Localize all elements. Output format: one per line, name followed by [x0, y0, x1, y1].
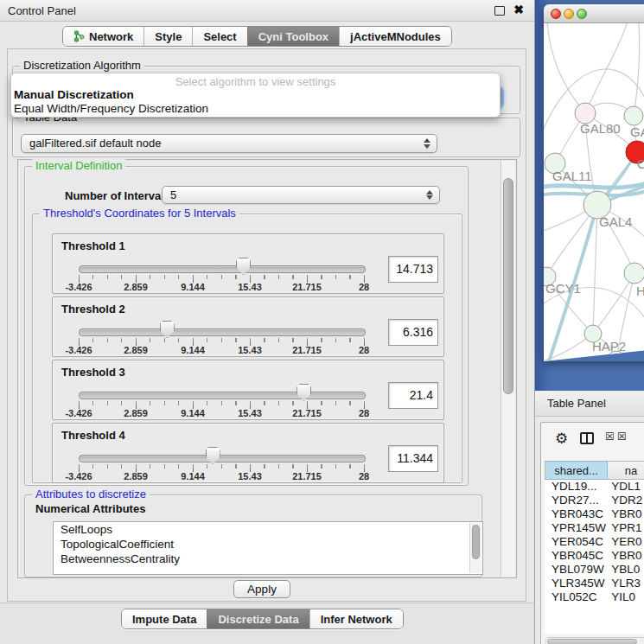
table-cell: YIL0 — [608, 590, 644, 604]
table-panel-toolbar: ⚙ ☒ ☒ — [541, 423, 644, 456]
minimize-traffic-light-icon[interactable] — [564, 9, 574, 19]
column-header-na[interactable]: na — [608, 461, 644, 480]
tick-label: 21.715 — [292, 408, 322, 418]
tick-label: 9.144 — [181, 471, 205, 481]
network-node[interactable] — [624, 106, 643, 125]
attribute-item-selfloops[interactable]: SelfLoops — [54, 522, 482, 537]
scrollbar-thumb[interactable] — [503, 178, 513, 394]
tab-network[interactable]: Network — [63, 27, 143, 46]
table-cell: YDR2 — [608, 494, 644, 507]
slider-tick-labels: -3.4262.8599.14415.4321.71528 — [79, 345, 365, 356]
apply-button[interactable]: Apply — [233, 580, 290, 598]
slider-track[interactable] — [79, 392, 366, 399]
tick-label: 28 — [359, 408, 369, 418]
interval-definition-group: Interval Definition Number of Intervals … — [24, 166, 469, 486]
zoom-traffic-light-icon[interactable] — [577, 9, 587, 19]
table-row[interactable]: YBL079WYBL0 — [545, 563, 644, 577]
table-row[interactable]: YBR043CYBR0 — [545, 507, 644, 521]
number-of-intervals-combobox[interactable]: 5 — [162, 186, 440, 204]
window-float-icon[interactable] — [494, 6, 505, 16]
attributes-group-title: Attributes to discretize — [32, 488, 150, 501]
table-cell: YPR145W — [545, 521, 608, 535]
cyni-bottom-tab-bar: Impute DataDiscretize DataInfer Network — [121, 609, 404, 629]
table-cell: YDL1 — [608, 480, 644, 494]
threshold-value-field[interactable]: 6.316 — [388, 319, 438, 346]
table-row[interactable]: YDL19...YDL1 — [545, 480, 644, 494]
table-row[interactable]: YPR145WYPR1 — [545, 521, 644, 535]
table-cell: YBL0 — [608, 563, 644, 577]
tab-label: Select — [203, 30, 236, 43]
threshold-value-field[interactable]: 21.4 — [388, 382, 438, 409]
table-cell: YBR043C — [545, 507, 608, 521]
slider-track[interactable] — [79, 265, 366, 273]
tab-cyni-toolbox[interactable]: Cyni Toolbox — [247, 27, 339, 46]
checkbox-checked-icon[interactable]: ☒ — [605, 430, 615, 443]
control-panel-title: Control Panel — [8, 4, 76, 17]
gear-icon[interactable]: ⚙ — [555, 430, 568, 448]
tick-label: 28 — [359, 345, 369, 355]
table-row[interactable]: YER054CYER0 — [545, 535, 644, 549]
tab-infer-network[interactable]: Infer Network — [309, 609, 403, 628]
tab-select[interactable]: Select — [192, 27, 246, 46]
table-cell: YLR3 — [608, 577, 644, 590]
network-view-window: GAL80GALCGAL11GAL4GCY1HHAP2 — [544, 4, 644, 361]
tick-label: 2.859 — [124, 345, 148, 355]
attribute-item-topologicalcoefficient[interactable]: TopologicalCoefficient — [54, 537, 482, 552]
number-of-intervals-label: Number of Intervals — [65, 189, 170, 202]
threshold-value-field[interactable]: 11.344 — [388, 445, 438, 472]
table-row[interactable]: YIL052CYIL0 — [545, 590, 644, 604]
table-row[interactable]: YLR345WYLR3 — [545, 577, 644, 590]
network-edge — [585, 23, 627, 113]
tick-label: 15.43 — [238, 408, 262, 418]
close-icon[interactable]: ✖ — [513, 3, 524, 16]
tab-label: Infer Network — [321, 613, 392, 626]
tick-label: -3.426 — [65, 282, 92, 292]
tick-label: 21.715 — [292, 345, 322, 355]
slider-track[interactable] — [79, 455, 366, 462]
attributes-scrollbar[interactable] — [469, 523, 481, 573]
tick-label: 2.859 — [124, 282, 148, 292]
network-node[interactable] — [624, 263, 644, 284]
tab-impute-data[interactable]: Impute Data — [122, 609, 207, 628]
table-header-row: shared...na — [545, 461, 644, 480]
table-cell: YBR0 — [608, 549, 644, 563]
network-canvas[interactable]: GAL80GALCGAL11GAL4GCY1HHAP2 — [544, 23, 644, 361]
discretization-algorithm-title: Discretization Algorithm — [20, 59, 144, 72]
slider-track[interactable] — [79, 328, 366, 336]
vertical-scrollbar[interactable] — [501, 161, 515, 577]
attributes-group: Attributes to discretize Numerical Attri… — [24, 494, 482, 577]
network-node-label: GAL — [630, 124, 644, 139]
table-row[interactable]: YBR045CYBR0 — [545, 549, 644, 563]
horizontal-scrollbar[interactable] — [545, 637, 644, 644]
table-cell: YDL19... — [545, 480, 608, 494]
scrollbar-thumb[interactable] — [472, 525, 480, 559]
numerical-attributes-list[interactable]: SelfLoopsTopologicalCoefficientBetweenne… — [53, 521, 483, 575]
table-panel-titlebar: Table Panel — [535, 391, 644, 417]
network-window-titlebar — [544, 4, 644, 23]
close-traffic-light-icon[interactable] — [551, 9, 561, 19]
column-header-shared[interactable]: shared... — [545, 461, 608, 480]
spinner-arrows-icon — [425, 187, 434, 203]
columns-icon[interactable] — [580, 432, 594, 444]
tab-discretize-data[interactable]: Discretize Data — [207, 609, 309, 628]
tab-label: Style — [155, 30, 182, 43]
table-row[interactable]: YDR27...YDR2 — [545, 494, 644, 507]
popup-option-equal-width-frequency[interactable]: Equal Width/Frequency Discretization — [14, 102, 208, 115]
tab-style[interactable]: Style — [143, 27, 192, 46]
popup-option-manual-discretization[interactable]: Manual Discretization — [14, 88, 134, 101]
table-data-combobox[interactable]: galFiltered.sif default node — [21, 134, 437, 153]
table-panel-body: ⚙ ☒ ☒ shared...na YDL19...YDL1YDR27...YD… — [540, 422, 644, 644]
checkbox-checked-icon[interactable]: ☒ — [617, 430, 627, 443]
tab-label: Cyni Toolbox — [258, 30, 328, 43]
threshold-row-2: Threshold 2-3.4262.8599.14415.4321.71528… — [52, 296, 444, 357]
network-node-label: GAL4 — [599, 214, 632, 229]
application-window: Control Panel ✖ NetworkStyleSelectCyni T… — [0, 0, 644, 644]
scrollbar-thumb[interactable] — [547, 639, 637, 644]
tick-label: 2.859 — [124, 408, 148, 418]
threshold-value-field[interactable]: 14.713 — [388, 256, 438, 283]
algorithm-dropdown-popup: Select algorithm to view settings Manual… — [10, 73, 501, 118]
tick-label: 15.43 — [238, 282, 262, 292]
attribute-item-betweennesscentrality[interactable]: BetweennessCentrality — [54, 552, 482, 566]
tab-label: jActiveMNodules — [350, 30, 441, 43]
tab-jactivemnodules[interactable]: jActiveMNodules — [339, 27, 451, 46]
